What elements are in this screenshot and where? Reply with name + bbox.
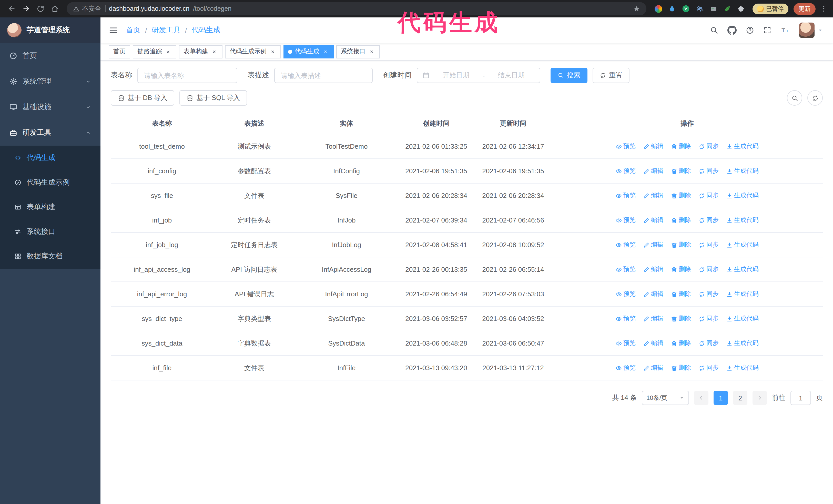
action-edit[interactable]: 编辑 — [643, 216, 663, 224]
tab-close-icon[interactable] — [269, 48, 276, 55]
user-menu[interactable] — [799, 23, 823, 38]
help-icon[interactable] — [746, 26, 754, 34]
action-download[interactable]: 生成代码 — [727, 167, 759, 175]
tab-2[interactable]: 表单构建 — [179, 45, 222, 58]
search-icon[interactable] — [710, 26, 718, 34]
date-range-input[interactable]: 开始日期 - 结束日期 — [417, 68, 540, 83]
breadcrumb-devtools[interactable]: 研发工具 — [152, 26, 181, 35]
browser-reload-button[interactable] — [34, 2, 47, 16]
action-edit[interactable]: 编辑 — [643, 339, 663, 347]
sidebar-item-devtools[interactable]: 研发工具 — [0, 120, 100, 146]
action-trash[interactable]: 删除 — [671, 363, 691, 372]
import-sql-button[interactable]: 基于 SQL 导入 — [180, 90, 247, 105]
page-size-select[interactable]: 10条/页 — [642, 391, 689, 405]
fullscreen-icon[interactable] — [763, 26, 771, 34]
bookmark-star-icon[interactable] — [633, 5, 640, 12]
action-eye[interactable]: 预览 — [616, 339, 636, 347]
action-download[interactable]: 生成代码 — [727, 290, 759, 298]
refresh-table-button[interactable] — [807, 90, 823, 105]
search-button[interactable]: 搜索 — [551, 68, 588, 83]
tab-0[interactable]: 首页 — [109, 45, 130, 58]
action-trash[interactable]: 删除 — [671, 142, 691, 151]
action-edit[interactable]: 编辑 — [643, 363, 663, 372]
search-toggle-button[interactable] — [787, 90, 802, 105]
action-edit[interactable]: 编辑 — [643, 167, 663, 175]
action-sync[interactable]: 同步 — [699, 363, 719, 372]
avatar[interactable] — [799, 23, 814, 38]
github-icon[interactable] — [728, 26, 737, 35]
site-security-label[interactable]: 不安全 — [73, 4, 101, 13]
action-eye[interactable]: 预览 — [616, 240, 636, 249]
action-eye[interactable]: 预览 — [616, 216, 636, 224]
action-sync[interactable]: 同步 — [699, 191, 719, 200]
action-sync[interactable]: 同步 — [699, 167, 719, 175]
tab-close-icon[interactable] — [165, 48, 172, 55]
action-edit[interactable]: 编辑 — [643, 314, 663, 323]
sidebar-item-form-builder[interactable]: 表单构建 — [0, 195, 100, 219]
action-eye[interactable]: 预览 — [616, 290, 636, 298]
reset-button[interactable]: 重置 — [593, 68, 629, 83]
action-trash[interactable]: 删除 — [671, 265, 691, 274]
import-db-button[interactable]: 基于 DB 导入 — [111, 90, 174, 105]
action-eye[interactable]: 预览 — [616, 167, 636, 175]
action-edit[interactable]: 编辑 — [643, 265, 663, 274]
action-download[interactable]: 生成代码 — [727, 216, 759, 224]
action-trash[interactable]: 删除 — [671, 240, 691, 249]
page-2-button[interactable]: 2 — [733, 391, 747, 405]
sidebar-item-codegen[interactable]: 代码生成 — [0, 146, 100, 170]
goto-page-input[interactable] — [790, 391, 811, 405]
card-icon[interactable] — [709, 5, 717, 13]
sidebar-item-codegen-example[interactable]: 代码生成示例 — [0, 170, 100, 195]
action-trash[interactable]: 删除 — [671, 290, 691, 298]
action-eye[interactable]: 预览 — [616, 191, 636, 200]
action-trash[interactable]: 删除 — [671, 167, 691, 175]
action-trash[interactable]: 删除 — [671, 191, 691, 200]
tab-close-icon[interactable] — [211, 48, 218, 55]
tab-close-icon[interactable] — [368, 48, 375, 55]
leaf-icon[interactable] — [723, 5, 731, 13]
people-icon[interactable] — [695, 5, 704, 13]
action-sync[interactable]: 同步 — [699, 216, 719, 224]
font-size-icon[interactable] — [781, 26, 790, 35]
action-download[interactable]: 生成代码 — [727, 240, 759, 249]
sidebar-item-system[interactable]: 系统管理 — [0, 69, 100, 94]
tab-3[interactable]: 代码生成示例 — [225, 45, 281, 58]
sidebar-item-db-docs[interactable]: 数据库文档 — [0, 244, 100, 269]
browser-back-button[interactable] — [5, 2, 19, 16]
action-eye[interactable]: 预览 — [616, 314, 636, 323]
action-download[interactable]: 生成代码 — [727, 363, 759, 372]
action-download[interactable]: 生成代码 — [727, 191, 759, 200]
breadcrumb-home[interactable]: 首页 — [126, 26, 140, 35]
action-sync[interactable]: 同步 — [699, 339, 719, 347]
action-sync[interactable]: 同步 — [699, 265, 719, 274]
table-name-input[interactable] — [137, 68, 237, 83]
address-bar[interactable]: 不安全 dashboard.yudao.iocoder.cn/tool/code… — [67, 2, 646, 16]
sidebar-item-system-api[interactable]: 系统接口 — [0, 219, 100, 244]
browser-menu-icon[interactable] — [820, 5, 828, 13]
action-sync[interactable]: 同步 — [699, 142, 719, 151]
action-eye[interactable]: 预览 — [616, 363, 636, 372]
next-page-button[interactable] — [753, 391, 767, 405]
browser-home-button[interactable] — [48, 2, 62, 16]
table-desc-input[interactable] — [274, 68, 373, 83]
action-download[interactable]: 生成代码 — [727, 265, 759, 274]
action-trash[interactable]: 删除 — [671, 339, 691, 347]
prev-page-button[interactable] — [694, 391, 709, 405]
page-1-button[interactable]: 1 — [714, 391, 728, 405]
action-download[interactable]: 生成代码 — [727, 142, 759, 151]
action-edit[interactable]: 编辑 — [643, 240, 663, 249]
action-edit[interactable]: 编辑 — [643, 191, 663, 200]
action-trash[interactable]: 删除 — [671, 216, 691, 224]
hamburger-icon[interactable] — [109, 26, 118, 35]
tab-4[interactable]: 代码生成 — [284, 45, 334, 58]
puzzle-icon[interactable] — [737, 5, 745, 13]
action-sync[interactable]: 同步 — [699, 240, 719, 249]
browser-forward-button[interactable] — [20, 2, 33, 16]
action-eye[interactable]: 预览 — [616, 265, 636, 274]
action-edit[interactable]: 编辑 — [643, 142, 663, 151]
action-edit[interactable]: 编辑 — [643, 290, 663, 298]
tab-5[interactable]: 系统接口 — [336, 45, 380, 58]
action-sync[interactable]: 同步 — [699, 290, 719, 298]
drop-icon[interactable] — [668, 5, 676, 13]
sidebar-item-home[interactable]: 首页 — [0, 43, 100, 69]
